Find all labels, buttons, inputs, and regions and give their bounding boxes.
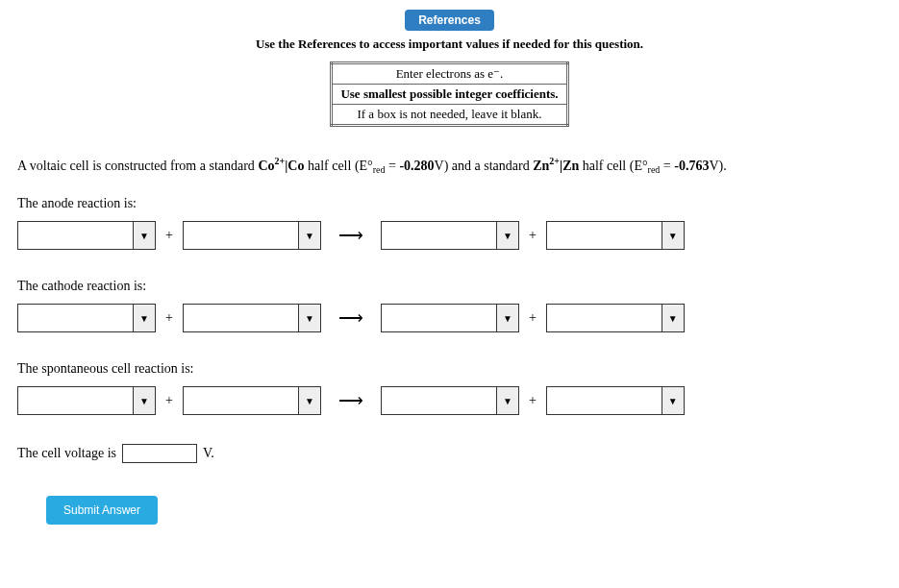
cathode-product2-dropdown[interactable]: ▼ — [662, 305, 684, 331]
spont-reactant1-dropdown[interactable]: ▼ — [134, 387, 155, 414]
spont-product1-group: ▼ — [381, 386, 519, 415]
chevron-down-icon: ▼ — [503, 313, 512, 324]
chevron-down-icon: ▼ — [503, 396, 512, 406]
anode-product2-group: ▼ — [546, 221, 685, 250]
subtitle-text: Use the References to access important v… — [17, 37, 882, 52]
cathode-reactant2-input[interactable] — [184, 305, 299, 331]
chevron-down-icon: ▼ — [503, 231, 512, 241]
cathode-product1-group: ▼ — [381, 304, 519, 332]
anode-product1-dropdown[interactable]: ▼ — [497, 222, 518, 249]
spont-product1-dropdown[interactable]: ▼ — [497, 387, 518, 414]
chevron-down-icon: ▼ — [139, 231, 149, 241]
instruction-row-3: If a box is not needed, leave it blank. — [332, 105, 567, 126]
plus-symbol: + — [529, 393, 537, 408]
instructions-table: Enter electrons as e⁻. Use smallest poss… — [330, 61, 568, 127]
anode-reactant2-group: ▼ — [183, 221, 321, 250]
instruction-row-1: Enter electrons as e⁻. — [332, 63, 567, 85]
anode-reactant2-input[interactable] — [184, 222, 299, 249]
anode-product1-input[interactable] — [382, 222, 497, 249]
cathode-reaction-row: ▼ + ▼ ⟶ ▼ + ▼ — [17, 304, 882, 332]
anode-product2-input[interactable] — [547, 222, 662, 249]
submit-answer-button[interactable]: Submit Answer — [46, 496, 158, 525]
cathode-reactant2-group: ▼ — [183, 304, 321, 332]
spont-reactant2-input[interactable] — [184, 387, 299, 414]
cathode-product1-dropdown[interactable]: ▼ — [497, 305, 518, 331]
arrow-symbol: ⟶ — [338, 390, 363, 411]
chevron-down-icon: ▼ — [305, 396, 314, 406]
chevron-down-icon: ▼ — [668, 231, 678, 241]
spont-reactant1-input[interactable] — [18, 387, 134, 414]
arrow-symbol: ⟶ — [338, 225, 363, 246]
anode-product2-dropdown[interactable]: ▼ — [662, 222, 684, 249]
plus-symbol: + — [165, 228, 173, 243]
cathode-reactant1-input[interactable] — [18, 305, 134, 331]
voltage-prefix: The cell voltage is — [17, 446, 116, 461]
plus-symbol: + — [165, 393, 173, 408]
spont-product1-input[interactable] — [382, 387, 497, 414]
spont-product2-input[interactable] — [547, 387, 662, 414]
plus-symbol: + — [529, 310, 537, 326]
anode-reactant1-input[interactable] — [18, 222, 134, 249]
spontaneous-label: The spontaneous cell reaction is: — [17, 361, 882, 377]
anode-reactant1-dropdown[interactable]: ▼ — [134, 222, 155, 249]
chevron-down-icon: ▼ — [139, 396, 149, 406]
spont-reactant2-group: ▼ — [183, 386, 321, 415]
chevron-down-icon: ▼ — [305, 231, 314, 241]
spont-reactant2-dropdown[interactable]: ▼ — [299, 387, 320, 414]
instruction-row-2: Use smallest possible integer coefficien… — [332, 85, 567, 105]
spontaneous-reaction-row: ▼ + ▼ ⟶ ▼ + ▼ — [17, 386, 882, 415]
chevron-down-icon: ▼ — [305, 313, 314, 324]
voltage-unit: V. — [203, 446, 214, 461]
question-text: A voltaic cell is constructed from a sta… — [17, 156, 882, 175]
cathode-reactant1-group: ▼ — [17, 304, 156, 332]
chevron-down-icon: ▼ — [668, 396, 678, 406]
cathode-product1-input[interactable] — [382, 305, 497, 331]
cathode-label: The cathode reaction is: — [17, 279, 882, 294]
anode-product1-group: ▼ — [381, 221, 519, 250]
anode-reactant2-dropdown[interactable]: ▼ — [299, 222, 320, 249]
spont-product2-dropdown[interactable]: ▼ — [662, 387, 684, 414]
cathode-product2-group: ▼ — [546, 304, 685, 332]
chevron-down-icon: ▼ — [668, 313, 678, 324]
cathode-product2-input[interactable] — [547, 305, 662, 331]
spont-product2-group: ▼ — [546, 386, 685, 415]
plus-symbol: + — [165, 310, 173, 326]
voltage-input[interactable] — [122, 444, 197, 463]
cathode-reactant1-dropdown[interactable]: ▼ — [134, 305, 155, 331]
plus-symbol: + — [529, 228, 537, 243]
anode-reaction-row: ▼ + ▼ ⟶ ▼ + ▼ — [17, 221, 882, 250]
voltage-block: The cell voltage is V. — [17, 444, 882, 463]
references-button[interactable]: References — [405, 10, 494, 31]
cathode-reactant2-dropdown[interactable]: ▼ — [299, 305, 320, 331]
chevron-down-icon: ▼ — [139, 313, 149, 324]
anode-label: The anode reaction is: — [17, 196, 882, 211]
anode-reactant1-group: ▼ — [17, 221, 156, 250]
arrow-symbol: ⟶ — [338, 307, 363, 329]
spont-reactant1-group: ▼ — [17, 386, 156, 415]
